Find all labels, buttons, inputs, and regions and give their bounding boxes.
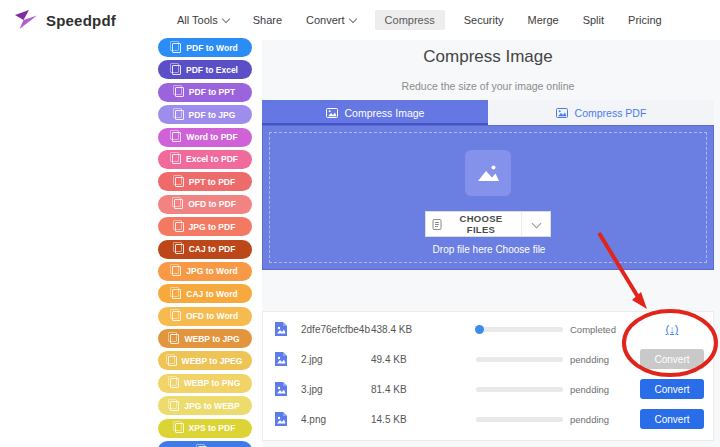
dropzone[interactable]: CHOOSE FILES Drop file here Choose file <box>262 125 714 270</box>
file-size: 438.4 KB <box>371 324 476 335</box>
nav-item-share[interactable]: Share <box>248 10 287 30</box>
progress-bar <box>476 387 563 392</box>
sidebar-item-label: JPG to PDF <box>189 222 236 232</box>
tabs: Compress ImageCompress PDF <box>262 100 714 125</box>
sidebar-item-caj-to-word[interactable]: CAJ to Word <box>158 284 252 303</box>
file-action: Convert <box>640 379 704 399</box>
tab-compress-pdf[interactable]: Compress PDF <box>488 100 714 125</box>
document-convert-icon <box>172 266 181 276</box>
document-convert-icon <box>172 154 181 164</box>
document-convert-icon <box>172 289 181 299</box>
sidebar-item-webp-to-jpg[interactable]: WEBP to JPG <box>158 329 252 348</box>
file-status: pendding <box>570 384 640 395</box>
choose-files-button[interactable]: CHOOSE FILES <box>425 211 521 237</box>
nav-item-all-tools[interactable]: All Tools <box>172 10 234 30</box>
document-convert-icon <box>175 110 184 120</box>
convert-button-disabled[interactable]: Convert <box>640 349 704 369</box>
sidebar-item-pdf-to-word[interactable]: PDF to Word <box>158 38 252 57</box>
sidebar-item-pdf-to-jpg[interactable]: PDF to JPG <box>158 105 252 124</box>
chevron-down-icon <box>348 14 356 22</box>
file-row: 3.jpg81.4 KBpenddingConvert <box>263 374 713 404</box>
sidebar-item-xps-to-pdf[interactable]: XPS to PDF <box>158 419 252 438</box>
nav-item-pricing[interactable]: Pricing <box>623 10 667 30</box>
page-subtitle: Reduce the size of your image online <box>262 67 714 92</box>
header: Speedpdf All ToolsShareConvertCompressSe… <box>0 0 720 40</box>
sidebar-item-webp-to-jpeg[interactable]: WEBP to JPEG <box>158 351 252 370</box>
file-row: 2.jpg49.4 KBpenddingConvert <box>263 344 713 374</box>
sidebar-item-word-to-pdf[interactable]: Word to PDF <box>158 128 252 147</box>
document-convert-icon <box>168 356 177 366</box>
sidebar-item-pdf-to-ppt[interactable]: PDF to PPT <box>158 83 252 102</box>
speedpdf-logo-icon <box>13 7 39 33</box>
sidebar-item-label: JPG to WEBP <box>184 401 239 411</box>
file-name: 2dfe76efcfbe4b1... <box>301 324 371 335</box>
progress-bar <box>476 417 563 422</box>
image-placeholder-icon <box>465 150 511 196</box>
sidebar-item-ofd-to-word[interactable]: OFD to Word <box>158 307 252 326</box>
sidebar-item-jpg-to-word[interactable]: JPG to Word <box>158 262 252 281</box>
file-action: Convert <box>640 349 704 369</box>
download-icon[interactable]: (↓) <box>666 323 679 335</box>
nav-item-label: Convert <box>306 14 345 26</box>
document-convert-icon <box>172 43 181 53</box>
file-list-card: 2dfe76efcfbe4b1...438.4 KBCompleted(↓)2.… <box>262 311 714 441</box>
nav-item-merge[interactable]: Merge <box>522 10 563 30</box>
document-convert-icon <box>175 222 184 232</box>
document-convert-icon <box>175 177 184 187</box>
file-action: (↓) <box>640 323 704 335</box>
document-convert-icon <box>170 334 179 344</box>
sidebar-item-jpg-to-pdf[interactable]: JPG to PDF <box>158 217 252 236</box>
file-status: pendding <box>570 354 640 365</box>
nav-item-security[interactable]: Security <box>459 10 509 30</box>
choose-files-dropdown[interactable] <box>521 211 551 237</box>
sidebar-item-label: JPG to Word <box>186 266 237 276</box>
sidebar-item-label: WEBP to JPEG <box>182 356 243 366</box>
file-action: Convert <box>640 409 704 429</box>
document-convert-icon <box>175 87 184 97</box>
sidebar-item-excel-to-pdf[interactable]: Excel to PDF <box>158 150 252 169</box>
sidebar-item-label: PDF to PPT <box>189 87 235 97</box>
sidebar-item-clipped[interactable] <box>158 441 252 447</box>
nav-item-label: Share <box>253 14 282 26</box>
document-convert-icon <box>170 378 179 388</box>
nav-item-label: Security <box>464 14 504 26</box>
image-tab-icon <box>326 107 338 119</box>
progress-bar <box>476 357 563 362</box>
file-size: 81.4 KB <box>371 384 476 395</box>
top-nav: All ToolsShareConvertCompressSecurityMer… <box>172 10 667 30</box>
sidebar-item-caj-to-pdf[interactable]: CAJ to PDF <box>158 240 252 259</box>
sidebar-item-jpg-to-webp[interactable]: JPG to WEBP <box>158 396 252 415</box>
tab-compress-image[interactable]: Compress Image <box>262 100 488 125</box>
tab-label: Compress Image <box>345 107 425 119</box>
sidebar-item-ppt-to-pdf[interactable]: PPT to PDF <box>158 172 252 191</box>
sidebar-item-label: PDF to Word <box>186 43 237 53</box>
nav-item-split[interactable]: Split <box>578 10 609 30</box>
sidebar-item-label: Word to PDF <box>186 132 237 142</box>
sidebar-item-label: PPT to PDF <box>189 177 235 187</box>
choose-files-group: CHOOSE FILES <box>425 211 551 237</box>
sidebar-item-label: CAJ to Word <box>186 289 237 299</box>
sidebar-item-label: PDF to JPG <box>189 110 236 120</box>
sidebar-item-ofd-to-pdf[interactable]: OFD to PDF <box>158 195 252 214</box>
document-convert-icon <box>175 423 184 433</box>
sidebar-item-label: OFD to Word <box>186 311 238 321</box>
nav-item-convert[interactable]: Convert <box>301 10 361 30</box>
sidebar-item-label: OFD to PDF <box>188 199 236 209</box>
chevron-down-icon <box>221 14 229 22</box>
document-convert-icon <box>170 401 179 411</box>
document-convert-icon <box>172 311 181 321</box>
sidebar-item-label: WEBP to JPG <box>184 334 239 344</box>
file-status: pendding <box>570 414 640 425</box>
file-size: 14.5 KB <box>371 414 476 425</box>
sidebar-item-webp-to-png[interactable]: WEBP to PNG <box>158 374 252 393</box>
sidebar-item-pdf-to-excel[interactable]: PDF to Excel <box>158 60 252 79</box>
convert-button[interactable]: Convert <box>640 379 704 399</box>
image-tab-icon <box>556 107 568 119</box>
image-file-icon <box>273 411 289 427</box>
convert-button[interactable]: Convert <box>640 409 704 429</box>
file-name: 3.jpg <box>301 384 371 395</box>
dropzone-hint: Drop file here Choose file <box>263 244 715 255</box>
nav-item-compress[interactable]: Compress <box>375 10 445 30</box>
page: Speedpdf All ToolsShareConvertCompressSe… <box>0 0 720 447</box>
progress-bar <box>476 327 563 332</box>
